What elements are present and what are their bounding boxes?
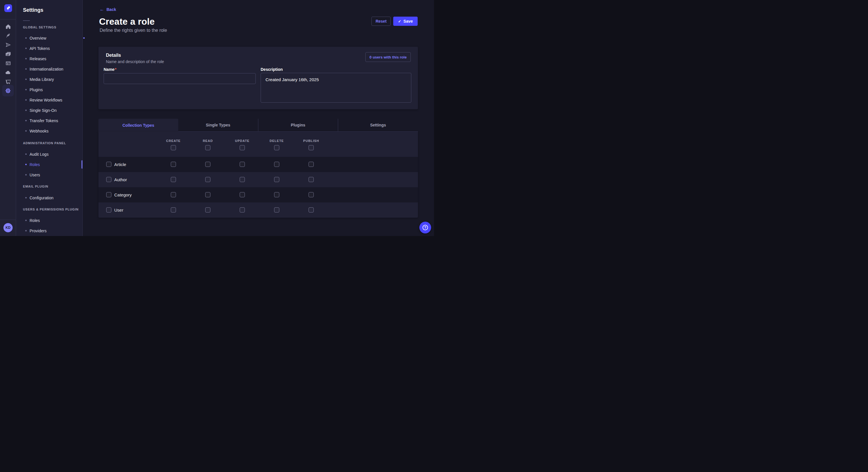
sidebar-item-review-workflows[interactable]: Review Workflows — [25, 97, 62, 103]
settings-gear-icon[interactable] — [2, 85, 14, 96]
sidebar-item-audit-logs[interactable]: Audit Logs — [25, 151, 49, 157]
sidebar-item-overview[interactable]: Overview — [25, 35, 46, 41]
paper-plane-icon[interactable] — [5, 41, 11, 48]
user-create-checkbox[interactable] — [171, 207, 176, 212]
bullet-icon — [25, 154, 27, 155]
bullet-icon — [25, 47, 27, 49]
article-delete-checkbox[interactable] — [274, 162, 279, 167]
category-delete-checkbox[interactable] — [274, 192, 279, 197]
back-link[interactable]: ← Back — [100, 7, 116, 12]
reset-button[interactable]: Reset — [371, 16, 391, 26]
notification-dot-icon — [83, 37, 85, 39]
column-create: CREATE — [156, 132, 191, 151]
rail-divider-bottom — [0, 220, 16, 220]
permissions-panel: CREATE READ UPDATE DELETE PUBLISH — [98, 132, 418, 217]
select-all-create-checkbox[interactable] — [171, 145, 176, 150]
permission-row-category: Category — [98, 187, 418, 202]
sidebar-item-webhooks[interactable]: Webhooks — [25, 128, 49, 134]
row-select-checkbox[interactable] — [106, 192, 112, 197]
name-label: Name* — [104, 67, 117, 72]
home-icon[interactable] — [5, 23, 11, 30]
author-delete-checkbox[interactable] — [274, 177, 279, 182]
category-read-checkbox[interactable] — [205, 192, 210, 197]
article-create-checkbox[interactable] — [171, 162, 176, 167]
rail-divider-top — [0, 19, 16, 20]
sidebar-item-releases[interactable]: Releases — [25, 56, 46, 62]
sidebar-item-api-tokens[interactable]: API Tokens — [25, 45, 50, 51]
layout-panel-icon[interactable] — [5, 60, 11, 67]
category-create-checkbox[interactable] — [171, 192, 176, 197]
sidebar-item-configuration[interactable]: Configuration — [25, 195, 53, 201]
feather-pen-icon[interactable] — [5, 32, 11, 39]
bullet-icon — [25, 174, 27, 175]
section-email-plugin: EMAIL PLUGIN — [23, 185, 48, 188]
strapi-logo[interactable] — [4, 4, 12, 12]
sidebar-title-rule — [23, 20, 30, 21]
permissions-section: Collection Types Single Types Plugins Se… — [98, 119, 418, 217]
name-input[interactable] — [104, 73, 256, 84]
tab-settings[interactable]: Settings — [338, 119, 418, 132]
section-global-settings: GLOBAL SETTINGS — [23, 26, 56, 29]
user-publish-checkbox[interactable] — [309, 207, 314, 212]
author-create-checkbox[interactable] — [171, 177, 176, 182]
sidebar-item-media-library[interactable]: Media Library — [25, 76, 54, 82]
settings-sidebar: Settings GLOBAL SETTINGS Overview API To… — [16, 0, 83, 236]
sidebar-item-plugins[interactable]: Plugins — [25, 87, 43, 93]
bullet-icon — [25, 120, 27, 121]
row-label: Article — [114, 157, 126, 172]
media-pictures-icon[interactable] — [5, 50, 11, 57]
row-select-checkbox[interactable] — [106, 162, 112, 167]
article-publish-checkbox[interactable] — [309, 162, 314, 167]
sidebar-item-single-sign-on[interactable]: Single Sign-On — [25, 107, 57, 113]
article-update-checkbox[interactable] — [240, 162, 245, 167]
details-card: Details Name and description of the role… — [98, 47, 418, 109]
cloud-icon[interactable] — [5, 69, 11, 76]
required-asterisk: * — [115, 67, 116, 72]
author-update-checkbox[interactable] — [240, 177, 245, 182]
active-item-indicator — [82, 160, 82, 169]
page-title: Create a role — [99, 16, 155, 27]
row-select-checkbox[interactable] — [106, 177, 112, 182]
tab-plugins[interactable]: Plugins — [258, 119, 338, 132]
sidebar-item-roles-up[interactable]: Roles — [25, 217, 40, 224]
bullet-icon — [25, 68, 27, 70]
users-with-role-button[interactable]: 0 users with this role — [365, 52, 411, 62]
section-users-permissions-plugin: USERS & PERMISSIONS PLUGIN — [23, 208, 79, 211]
select-all-update-checkbox[interactable] — [240, 145, 245, 150]
bullet-icon — [25, 37, 27, 39]
sidebar-item-users[interactable]: Users — [25, 172, 40, 178]
select-all-read-checkbox[interactable] — [205, 145, 210, 150]
details-title: Details — [106, 53, 121, 58]
page-subtitle: Define the rights given to the role — [100, 28, 167, 33]
permissions-tabbar: Collection Types Single Types Plugins Se… — [98, 119, 418, 132]
category-update-checkbox[interactable] — [240, 192, 245, 197]
row-select-checkbox[interactable] — [106, 207, 112, 212]
bullet-icon — [25, 99, 27, 101]
select-all-delete-checkbox[interactable] — [274, 145, 279, 150]
strapi-logo-icon — [4, 4, 12, 12]
author-read-checkbox[interactable] — [205, 177, 210, 182]
help-button[interactable]: ? — [420, 222, 431, 233]
sidebar-item-transfer-tokens[interactable]: Transfer Tokens — [25, 117, 58, 124]
user-delete-checkbox[interactable] — [274, 207, 279, 212]
bullet-icon — [25, 89, 27, 90]
user-avatar[interactable]: KD — [3, 223, 12, 232]
permission-row-author: Author — [98, 172, 418, 187]
category-publish-checkbox[interactable] — [309, 192, 314, 197]
sidebar-item-internationalization[interactable]: Internationalization — [25, 66, 63, 72]
author-publish-checkbox[interactable] — [309, 177, 314, 182]
details-subtitle: Name and description of the role — [106, 59, 164, 64]
tab-single-types[interactable]: Single Types — [178, 119, 258, 132]
article-read-checkbox[interactable] — [205, 162, 210, 167]
select-all-publish-checkbox[interactable] — [309, 145, 314, 150]
tab-collection-types[interactable]: Collection Types — [98, 119, 178, 132]
sidebar-item-roles-admin[interactable]: Roles — [25, 162, 40, 167]
row-label: User — [114, 202, 123, 217]
shopping-cart-icon[interactable] — [5, 78, 11, 85]
save-button[interactable]: ✓ Save — [393, 16, 417, 26]
user-read-checkbox[interactable] — [205, 207, 210, 212]
user-update-checkbox[interactable] — [240, 207, 245, 212]
sidebar-item-providers[interactable]: Providers — [25, 228, 46, 234]
description-textarea[interactable]: Created January 16th, 2025 — [260, 73, 411, 103]
strapi-admin-app: KD Settings GLOBAL SETTINGS Overview API… — [0, 0, 434, 236]
